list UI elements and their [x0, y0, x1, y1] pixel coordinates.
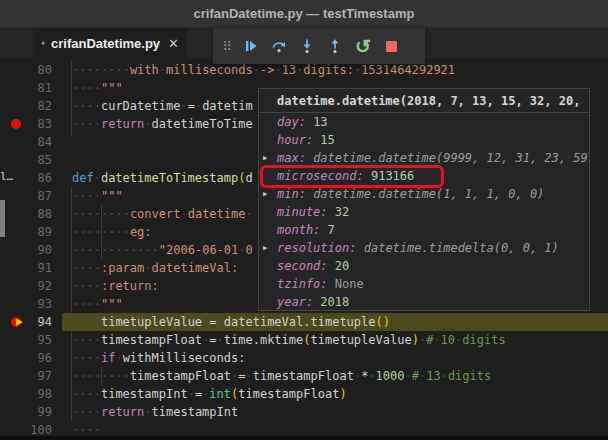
- restart-icon: ↺: [355, 37, 371, 56]
- code-text: ····timestampFloat·=·time.mktime(timetup…: [72, 331, 506, 349]
- tab-crifandatetime-py[interactable]: crifanDatetime.py ✕: [33, 28, 187, 58]
- stop-icon: [386, 41, 397, 52]
- variable-name: year:: [277, 295, 313, 309]
- code-text: ····:return:: [72, 277, 159, 295]
- variable-name: minute:: [277, 205, 328, 219]
- variable-value: 20: [335, 259, 349, 273]
- variable-value: datetime.timedelta(0, 0, 1): [364, 241, 559, 255]
- variable-value: 2018: [320, 295, 349, 309]
- variable-row-tzinfo: tzinfo: None: [259, 275, 589, 293]
- code-line-94[interactable]: ▶94····timetupleValue·=·datetimeVal.time…: [0, 313, 608, 331]
- variable-row-year: year: 2018: [259, 293, 589, 311]
- variable-name: hour:: [277, 133, 313, 147]
- line-number: 99: [0, 403, 52, 421]
- code-text: ····""": [72, 79, 123, 97]
- code-line-97[interactable]: 97········timestampFloat·=·timestampFloa…: [0, 367, 608, 385]
- continue-icon: [243, 38, 259, 54]
- line-number: 87: [0, 187, 52, 205]
- line-number: 95: [0, 331, 52, 349]
- variable-value: 13: [313, 115, 327, 129]
- code-line-95[interactable]: 95····timestampFloat·=·time.mktime(timet…: [0, 331, 608, 349]
- line-number: 97: [0, 367, 52, 385]
- line-number: 84: [0, 133, 52, 151]
- tooltip-header: datetime.datetime(2018, 7, 13, 15, 32, 2…: [259, 89, 589, 113]
- variable-name: month:: [277, 223, 320, 237]
- code-text: def·datetimeToTimestamp(d: [72, 169, 253, 187]
- variable-name: second:: [277, 259, 328, 273]
- vscode-window: crifanDatetime.py — testTimestamp crifan…: [0, 0, 608, 440]
- line-number: 83: [0, 115, 52, 133]
- debug-toolbar: ⠿: [213, 28, 425, 64]
- window-title: crifanDatetime.py — testTimestamp: [194, 6, 415, 21]
- variable-row-hour: hour: 15: [259, 131, 589, 149]
- variable-row-second: second: 20: [259, 257, 589, 275]
- step-out-button[interactable]: [321, 31, 349, 61]
- variable-row-month: month: 7: [259, 221, 589, 239]
- code-text: ····""": [72, 187, 123, 205]
- toolbar-drag-handle-icon[interactable]: ⠿: [217, 31, 237, 61]
- variable-value: datetime.datetime(9999, 12, 31, 23, 59, …: [313, 151, 590, 165]
- continue-button[interactable]: [237, 31, 265, 61]
- variable-name: resolution:: [277, 241, 356, 255]
- variable-row-max[interactable]: ▶max: datetime.datetime(9999, 12, 31, 23…: [259, 149, 589, 167]
- line-number: 96: [0, 349, 52, 367]
- variable-row-min[interactable]: ▶min: datetime.datetime(1, 1, 1, 0, 0): [259, 185, 589, 203]
- code-text: ····timestampInt·=·int(timestampFloat): [72, 385, 347, 403]
- title-bar: crifanDatetime.py — testTimestamp: [0, 0, 608, 28]
- step-out-icon: [327, 38, 343, 54]
- line-number: 93: [0, 295, 52, 313]
- step-over-icon: [271, 38, 287, 54]
- expand-arrow-icon[interactable]: ▶: [263, 185, 267, 203]
- tab-close-icon[interactable]: ✕: [168, 36, 179, 51]
- line-number: 81: [0, 79, 52, 97]
- code-line-96[interactable]: 96····if·withMilliseconds:: [0, 349, 608, 367]
- line-number: 90: [0, 241, 52, 259]
- code-line-98[interactable]: 98····timestampInt·=·int(timestampFloat): [0, 385, 608, 403]
- step-into-icon: [299, 38, 315, 54]
- variable-name: min:: [277, 187, 306, 201]
- variable-value: datetime.datetime(1, 1, 1, 0, 0): [313, 187, 544, 201]
- variable-row-day: day: 13: [259, 113, 589, 131]
- line-number: 91: [0, 259, 52, 277]
- line-number: 85: [0, 151, 52, 169]
- expand-arrow-icon[interactable]: ▶: [263, 239, 267, 257]
- variable-name: microsecond:: [277, 169, 364, 183]
- sidebar-fragment-text: l…: [0, 170, 13, 183]
- code-text: ········timestampFloat·=·timestampFloat·…: [72, 367, 491, 385]
- line-number: 80: [0, 61, 52, 79]
- variable-row-microsecond: microsecond: 913166: [259, 167, 589, 185]
- variable-row-minute: minute: 32: [259, 203, 589, 221]
- code-text: ····return·timestampInt: [72, 403, 238, 421]
- variable-value: 15: [320, 133, 334, 147]
- code-line-99[interactable]: 99····return·timestampInt: [0, 403, 608, 421]
- line-number: 88: [0, 205, 52, 223]
- tab-label: crifanDatetime.py: [51, 36, 160, 51]
- variable-value: 7: [328, 223, 335, 237]
- expand-arrow-icon[interactable]: ▶: [263, 149, 267, 167]
- code-text: ····if·withMilliseconds:: [72, 349, 245, 367]
- code-text: ····return·datetimeToTime: [72, 115, 253, 133]
- restart-button[interactable]: ↺: [349, 31, 377, 61]
- code-text: ····:param·datetimeVal:: [72, 259, 238, 277]
- window-bottom-edge: [0, 436, 608, 440]
- code-text: ········convert·datetime·: [72, 205, 253, 223]
- variable-name: day:: [277, 115, 306, 129]
- sidebar-scrollbar-fragment[interactable]: [0, 200, 5, 237]
- step-into-button[interactable]: [293, 31, 321, 61]
- step-over-button[interactable]: [265, 31, 293, 61]
- code-text: ····timetupleValue·=·datetimeVal.timetup…: [72, 313, 390, 331]
- variable-name: tzinfo:: [277, 277, 328, 291]
- line-number: 89: [0, 223, 52, 241]
- variable-name: max:: [277, 151, 306, 165]
- variable-value: 913166: [371, 169, 414, 183]
- stop-button[interactable]: [377, 31, 405, 61]
- code-text: ····curDatetime·=·datetim: [72, 97, 253, 115]
- variable-value: 32: [335, 205, 349, 219]
- line-number: 82: [0, 97, 52, 115]
- line-number: 98: [0, 385, 52, 403]
- code-text: ············"2006-06-01·0: [72, 241, 253, 259]
- debug-hover-tooltip: datetime.datetime(2018, 7, 13, 15, 32, 2…: [258, 88, 590, 311]
- variable-row-resolution[interactable]: ▶resolution: datetime.timedelta(0, 0, 1): [259, 239, 589, 257]
- variable-value: None: [335, 277, 364, 291]
- line-number: 92: [0, 277, 52, 295]
